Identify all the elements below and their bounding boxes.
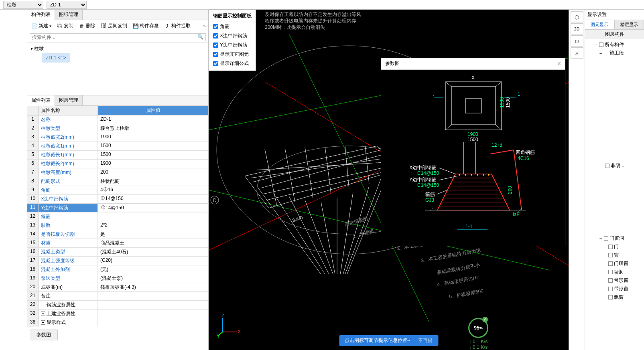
- viewport-3d[interactable]: 钢筋显示控制面板 角筋X边中部钢筋Y边中部钢筋显示其它图元显示详细公式 及时保存…: [209, 10, 569, 350]
- prop-row[interactable]: 18混凝土外加剂(无): [27, 265, 208, 274]
- svg-text:X: X: [238, 329, 241, 334]
- layer-item[interactable]: 墙洞: [586, 268, 643, 276]
- layer-header: 图层构件: [585, 30, 644, 39]
- copy-icon: ⿻: [57, 23, 63, 29]
- rebar-control-panel: 钢筋显示控制面板 角筋X边中部钢筋Y边中部钢筋显示其它图元显示详细公式: [209, 10, 256, 71]
- layer-item[interactable]: 门: [586, 243, 643, 251]
- svg-text:1500: 1500: [505, 97, 511, 108]
- svg-text:X边中部钢筋: X边中部钢筋: [409, 165, 437, 170]
- search-icon[interactable]: 🔍: [197, 34, 203, 40]
- prop-row[interactable]: 1名称ZD-1: [27, 115, 208, 124]
- layer-door-group[interactable]: −门窗洞: [586, 234, 643, 243]
- prop-row[interactable]: 7柱墩高度(mm)200: [27, 168, 208, 177]
- prop-row[interactable]: 13肢数2*2: [27, 221, 208, 230]
- prop-row[interactable]: 12箍筋: [27, 212, 208, 221]
- svg-point-75: [459, 174, 460, 176]
- new-icon: 📄: [32, 23, 37, 29]
- prop-row[interactable]: 16混凝土类型(混凝土40石): [27, 248, 208, 257]
- layer-item[interactable]: 飘窗: [586, 293, 643, 301]
- delete-button[interactable]: 🗑删除: [77, 22, 98, 30]
- view-tri-button[interactable]: △: [571, 47, 583, 59]
- tab-props[interactable]: 属性列表: [27, 95, 55, 106]
- rebar-checkbox-item[interactable]: 角筋: [209, 22, 256, 31]
- svg-rect-65: [463, 142, 475, 174]
- rebar-checkbox-item[interactable]: X边中部钢筋: [209, 31, 256, 40]
- prop-row[interactable]: 36+显示样式: [27, 318, 208, 327]
- tab-elem-display[interactable]: 图元显示: [585, 20, 615, 29]
- param-diagram-button[interactable]: 参数图: [30, 330, 58, 340]
- view-orbit-button[interactable]: ◯: [571, 11, 583, 22]
- layer-item[interactable]: 窗: [586, 251, 643, 259]
- prop-row[interactable]: 11Y边中部钢筋⏀14@150: [27, 204, 208, 212]
- extract-icon: ⤴: [165, 23, 170, 29]
- prop-row[interactable]: 22+钢筋业务属性: [27, 301, 208, 310]
- perf-speeds: ↑ 0.1 K/s ↓ 0.1 K/s: [468, 339, 488, 350]
- svg-line-92: [439, 168, 455, 174]
- prop-row[interactable]: 32+土建业务属性: [27, 310, 208, 318]
- rebar-checkbox-item[interactable]: 显示其它图元: [209, 50, 256, 59]
- prop-row[interactable]: 17混凝土强度等级(C20): [27, 257, 208, 265]
- prop-row[interactable]: 15材质商品混凝土: [27, 239, 208, 248]
- svg-text:GJ3: GJ3: [425, 197, 434, 203]
- search-row: 🔍: [27, 32, 208, 43]
- component-toolbar: 📄新建▾ ⿻复制 🗑删除 ⿲层间复制 💾构件存盘 ⤴构件提取 »: [27, 20, 208, 32]
- svg-point-77: [471, 174, 472, 176]
- svg-line-26: [321, 202, 335, 274]
- item-select[interactable]: ZD-1: [47, 1, 87, 9]
- floor-copy-button[interactable]: ⿲层间复制: [99, 22, 129, 30]
- layer-item[interactable]: 带形窗: [586, 285, 643, 293]
- prop-header-value: 属性值: [98, 106, 208, 115]
- prop-row[interactable]: 19泵送类型(混凝土泵): [27, 274, 208, 283]
- toolbar-more[interactable]: »: [203, 23, 206, 29]
- tab-components[interactable]: 构件列表: [27, 10, 55, 20]
- svg-line-10: [253, 150, 381, 182]
- layer-all[interactable]: −所有构件: [586, 40, 643, 49]
- view-cube-button[interactable]: ▢: [571, 35, 583, 47]
- prop-row[interactable]: 10X边中部钢筋⏀14@150: [27, 195, 208, 204]
- layer-item[interactable]: 带形窗: [586, 276, 643, 285]
- svg-line-29: [343, 186, 369, 274]
- rebar-checkbox-item[interactable]: 显示详细公式: [209, 59, 256, 68]
- prop-row[interactable]: 4柱墩截宽1(mm)1500: [27, 142, 208, 151]
- layer-feiyin[interactable]: 非阴...: [586, 162, 643, 170]
- tip-dismiss[interactable]: 不再提: [418, 337, 433, 344]
- view-2d-button[interactable]: 2D: [571, 23, 583, 34]
- close-icon[interactable]: ×: [557, 60, 561, 67]
- svg-text:1900: 1900: [499, 97, 505, 108]
- svg-text:C14@150: C14@150: [417, 170, 439, 176]
- tree-item-zd1[interactable]: ZD-1 <1>: [42, 53, 70, 63]
- category-select[interactable]: 柱墩: [3, 1, 43, 9]
- prop-row[interactable]: 8配筋形式柱状配筋: [27, 177, 208, 186]
- prop-header: 属性名称 属性值: [27, 106, 208, 115]
- rebar-checkbox-item[interactable]: Y边中部钢筋: [209, 40, 256, 50]
- prop-row[interactable]: 5柱墩截长1(mm)1500: [27, 151, 208, 160]
- svg-point-76: [465, 174, 466, 176]
- layer-tree: −所有构件 −施工段 非阴... −门窗洞 门窗门联窗墙洞带形窗带形窗飘窗: [585, 39, 644, 303]
- layer-item[interactable]: 门联窗: [586, 259, 643, 268]
- tab-layers[interactable]: 图层管理: [55, 95, 83, 105]
- copy-button[interactable]: ⿻复制: [55, 22, 75, 30]
- extract-button[interactable]: ⤴构件提取: [163, 22, 193, 30]
- svg-rect-49: [451, 87, 496, 125]
- svg-text:1900: 1900: [467, 132, 478, 137]
- tab-floor-display[interactable]: 楼层显示: [615, 20, 644, 29]
- layer-shigong[interactable]: −施工段: [586, 49, 643, 57]
- tab-drawings[interactable]: 图纸管理: [55, 10, 83, 20]
- new-button[interactable]: 📄新建▾: [30, 22, 53, 30]
- prop-row[interactable]: 3柱墩截宽2(mm)1900: [27, 133, 208, 142]
- svg-text:C14@150: C14@150: [417, 182, 439, 188]
- prop-row[interactable]: 14是否按板边切割是: [27, 230, 208, 239]
- prop-row[interactable]: 2柱墩类型棱台形上柱墩: [27, 124, 208, 133]
- svg-line-81: [490, 150, 514, 154]
- tree-root[interactable]: ▾ 柱墩: [30, 45, 205, 53]
- prop-row[interactable]: 6柱墩截长2(mm)1900: [27, 160, 208, 168]
- prop-row[interactable]: 21备注: [27, 292, 208, 301]
- save-button[interactable]: 💾构件存盘: [131, 22, 161, 30]
- tip-bar: 点击图标可调节提示信息位置~ 不再提: [339, 335, 438, 346]
- search-input[interactable]: [30, 33, 206, 41]
- prop-row[interactable]: 20底标高(m)筏板顶标高(-4.3): [27, 283, 208, 292]
- svg-line-11: [261, 154, 385, 188]
- prop-row[interactable]: 9角筋4⏀16: [27, 186, 208, 195]
- right-panel: 显示设置 图元显示 楼层显示 图层构件 −所有构件 −施工段 非阴... −门窗…: [585, 10, 644, 350]
- svg-text:Z: Z: [221, 314, 224, 318]
